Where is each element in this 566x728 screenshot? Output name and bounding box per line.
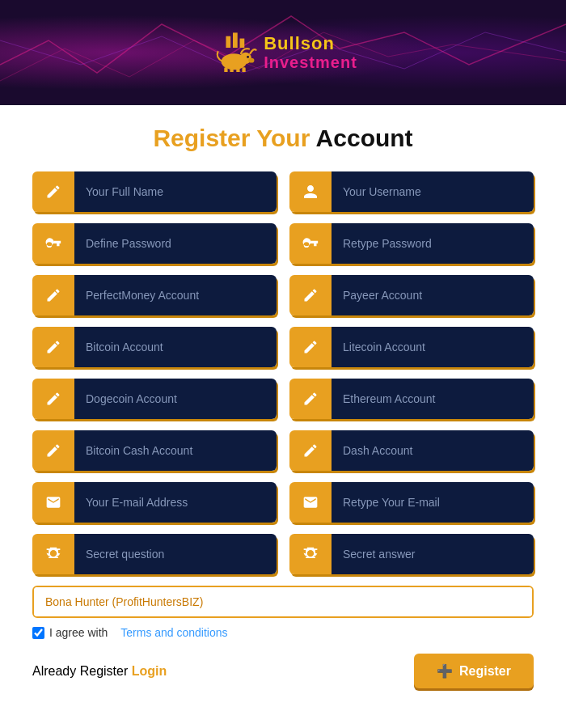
bitcoin-icon (32, 327, 74, 367)
svg-rect-2 (240, 39, 245, 48)
svg-point-5 (247, 56, 249, 58)
form-grid (32, 171, 534, 574)
logo-text: Bullson Investment (264, 34, 357, 71)
payeer-input[interactable] (332, 275, 534, 315)
bottom-row: Already Register Login ➕ Register (32, 654, 534, 688)
svg-point-10 (248, 58, 254, 63)
dash-icon (289, 430, 332, 471)
bitcoin-input[interactable] (74, 327, 277, 367)
terms-link[interactable]: Terms and conditions (120, 626, 227, 639)
payeer-icon (289, 275, 332, 315)
field-secret-question (32, 534, 277, 574)
field-define-password (32, 223, 277, 264)
already-register: Already Register Login (32, 664, 167, 679)
bull-icon (209, 32, 257, 72)
username-input[interactable] (332, 171, 534, 212)
register-label: Register (459, 664, 511, 679)
svg-rect-8 (236, 68, 239, 72)
dogecoin-icon (32, 379, 74, 419)
secret-answer-input[interactable] (332, 534, 534, 574)
main-content: Register Your Account I agree with Terms… (0, 105, 566, 713)
username-icon (289, 171, 332, 212)
svg-rect-1 (233, 32, 238, 48)
perfectmoney-input[interactable] (74, 275, 277, 315)
dash-input[interactable] (332, 430, 534, 471)
page-title: Register Your Account (32, 125, 534, 152)
field-secret-answer (289, 534, 534, 574)
already-text: Already Register (32, 664, 128, 678)
litecoin-icon (289, 327, 332, 367)
email-input[interactable] (74, 482, 277, 523)
title-highlight: Register Your (153, 125, 310, 151)
field-bitcoin-cash (32, 430, 277, 471)
field-full-name (32, 171, 277, 212)
secret-answer-icon (289, 534, 332, 574)
field-bitcoin (32, 327, 277, 367)
field-dogecoin (32, 379, 277, 419)
title-rest: Account (316, 125, 413, 151)
retype-password-icon (289, 223, 332, 264)
field-payeer (289, 275, 534, 315)
logo-bullson: Bullson (264, 34, 335, 53)
field-username (289, 171, 534, 212)
logo: Bullson Investment (209, 32, 357, 74)
checkbox-row: I agree with Terms and conditions (32, 626, 534, 639)
perfectmoney-icon (32, 275, 74, 315)
secret-question-input[interactable] (74, 534, 277, 574)
retype-email-icon (289, 482, 332, 523)
secret-question-icon (32, 534, 74, 574)
register-button[interactable]: ➕ Register (414, 654, 534, 688)
ethereum-icon (289, 379, 332, 419)
full-name-input[interactable] (74, 171, 277, 212)
svg-rect-0 (226, 36, 231, 48)
field-retype-email (289, 482, 534, 523)
define-password-input[interactable] (74, 223, 277, 264)
field-email (32, 482, 277, 523)
login-link[interactable]: Login (132, 664, 167, 678)
agree-label: I agree with (49, 626, 108, 639)
field-dash (289, 430, 534, 471)
agree-checkbox[interactable] (32, 627, 44, 639)
retype-email-input[interactable] (332, 482, 534, 523)
field-litecoin (289, 327, 534, 367)
litecoin-input[interactable] (332, 327, 534, 367)
referral-wrap (32, 586, 534, 618)
retype-password-input[interactable] (332, 223, 534, 264)
svg-rect-9 (243, 67, 246, 72)
ethereum-input[interactable] (332, 379, 534, 419)
referral-input[interactable] (34, 587, 532, 616)
bitcoin-cash-icon (32, 430, 74, 471)
plus-icon: ➕ (437, 663, 453, 679)
full-name-icon (32, 171, 74, 212)
dogecoin-input[interactable] (74, 379, 277, 419)
field-ethereum (289, 379, 534, 419)
field-retype-password (289, 223, 534, 264)
field-perfectmoney (32, 275, 277, 315)
svg-rect-6 (224, 67, 227, 72)
email-icon (32, 482, 74, 523)
svg-rect-7 (230, 68, 234, 72)
define-password-icon (32, 223, 74, 264)
header: Bullson Investment (0, 0, 566, 105)
bitcoin-cash-input[interactable] (74, 430, 277, 471)
logo-investment: Investment (264, 53, 357, 71)
